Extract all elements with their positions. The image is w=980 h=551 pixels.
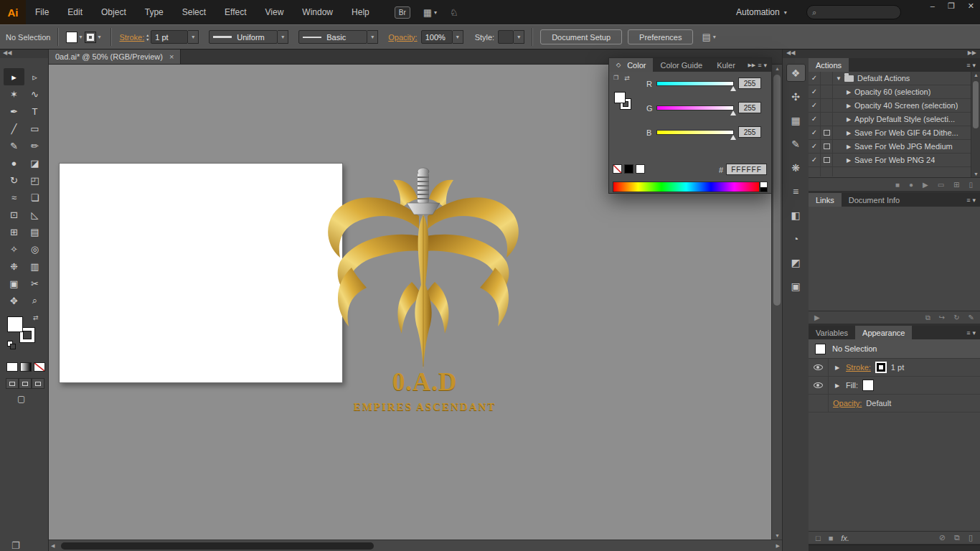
panel-menu-icon[interactable]: ≡ ▾ xyxy=(966,193,980,207)
horizontal-scrollbar[interactable]: ◀ ▶ xyxy=(49,540,782,551)
eraser-tool[interactable]: ◪ xyxy=(24,154,45,171)
brush-definition-arrow[interactable]: ▾ xyxy=(367,30,378,44)
red-slider-handle[interactable] xyxy=(730,86,736,91)
toggle-item-check[interactable]: ✓ xyxy=(809,154,821,166)
gradient-button[interactable] xyxy=(20,362,32,372)
paintbrush-tool[interactable]: ✎ xyxy=(4,137,24,154)
menu-view[interactable]: View xyxy=(256,0,293,24)
menu-file[interactable]: File xyxy=(26,0,58,24)
scroll-right-icon[interactable]: ▶ xyxy=(776,543,780,549)
transparency-panel-icon[interactable]: ◔ xyxy=(786,230,806,248)
rectangle-tool[interactable]: ▭ xyxy=(24,120,45,137)
close-tab-icon[interactable]: × xyxy=(169,52,174,61)
graphic-styles-panel-icon[interactable]: ▣ xyxy=(786,277,806,295)
logo-title-text[interactable]: 0.A.D xyxy=(346,368,504,397)
swap-colors-icon[interactable]: ⇄ xyxy=(624,75,630,82)
shape-builder-tool[interactable]: ⊡ xyxy=(4,206,24,223)
tab-color-guide[interactable]: Color Guide xyxy=(653,58,710,72)
expander-icon[interactable]: ▶ xyxy=(843,89,854,95)
tab-kuler[interactable]: Kuler xyxy=(710,58,743,72)
menu-effect[interactable]: Effect xyxy=(215,0,255,24)
width-profile-arrow[interactable]: ▾ xyxy=(278,30,288,44)
mesh-tool[interactable]: ⊞ xyxy=(4,223,24,240)
appearance-row-opacity[interactable]: Opacity: Default xyxy=(809,395,980,413)
magic-wand-tool[interactable]: ✶ xyxy=(4,85,24,103)
dialog-toggle-cell[interactable] xyxy=(821,126,833,139)
expander-icon[interactable]: ▼ xyxy=(833,75,844,82)
action-row[interactable]: ✓ ▶ Apply Default Style (selecti... xyxy=(809,113,980,126)
menu-window[interactable]: Window xyxy=(293,0,342,24)
appearance-row-fill[interactable]: ▶ Fill: xyxy=(809,377,980,395)
toggle-item-check[interactable]: ✓ xyxy=(809,72,821,85)
pencil-tool[interactable]: ✏ xyxy=(24,137,45,154)
visibility-cell[interactable] xyxy=(809,359,829,376)
color-button[interactable] xyxy=(6,362,18,372)
delete-icon[interactable]: ▯ xyxy=(969,181,973,189)
document-setup-button[interactable]: Document Setup xyxy=(540,29,622,44)
vertical-scroll-thumb[interactable] xyxy=(773,75,781,306)
direct-selection-tool[interactable]: ▹ xyxy=(24,68,45,85)
arrange-documents-icon[interactable]: ▦ ▾ xyxy=(423,7,437,18)
collapse-dock-icon[interactable]: ▶▶ xyxy=(809,50,980,58)
green-slider-handle[interactable] xyxy=(730,110,736,116)
lasso-tool[interactable]: ∿ xyxy=(24,85,45,103)
visibility-cell[interactable] xyxy=(809,377,829,394)
expander-icon[interactable]: ▶ xyxy=(843,103,854,109)
tab-links[interactable]: Links xyxy=(809,193,842,207)
hand-tool[interactable]: ✥ xyxy=(4,292,24,309)
tab-appearance[interactable]: Appearance xyxy=(855,326,912,339)
stop-playing-icon[interactable]: ■ xyxy=(895,181,900,189)
stepper-down-icon[interactable]: ▾ xyxy=(146,37,149,42)
draw-normal-button[interactable] xyxy=(6,378,19,389)
dialog-toggle-cell[interactable] xyxy=(821,85,833,98)
opacity-link[interactable]: Opacity: xyxy=(388,33,417,42)
blue-slider-handle[interactable] xyxy=(730,135,736,140)
symbol-sprayer-tool[interactable]: ❉ xyxy=(4,258,24,275)
stroke-link[interactable]: Stroke: xyxy=(119,33,144,42)
none-button[interactable] xyxy=(34,362,45,372)
appearance-row-stroke[interactable]: ▶ Stroke: 1 pt xyxy=(809,359,980,377)
minimize-button[interactable]: – xyxy=(930,0,935,11)
fill-swatch[interactable] xyxy=(614,92,626,103)
add-effect-icon[interactable]: fx. xyxy=(841,534,849,542)
white-black-spectrum-swatches[interactable] xyxy=(760,182,768,192)
fill-color-swatch[interactable] xyxy=(66,32,77,43)
chevron-down-icon[interactable]: ▾ xyxy=(98,34,100,40)
clear-appearance-icon[interactable]: ⊘ xyxy=(939,533,946,542)
horizontal-scroll-thumb[interactable] xyxy=(61,542,374,550)
expander-icon[interactable]: ▶ xyxy=(843,157,854,164)
opacity-dropdown[interactable]: ▾ xyxy=(453,30,463,44)
width-tool[interactable]: ≈ xyxy=(4,189,24,206)
symbols-panel-icon[interactable]: ❋ xyxy=(786,159,806,176)
vertical-scrollbar[interactable]: ▲ ▼ xyxy=(771,65,782,540)
expander-icon[interactable]: ▶ xyxy=(843,130,854,136)
perspective-grid-tool[interactable]: ◺ xyxy=(24,206,45,223)
opacity-field[interactable]: 100% xyxy=(421,30,453,44)
dialog-toggle-cell[interactable] xyxy=(821,140,833,153)
stroke-color-swatch[interactable] xyxy=(85,32,96,43)
eyedropper-tool[interactable]: ✧ xyxy=(4,240,24,258)
toggle-item-check[interactable]: ✓ xyxy=(809,85,821,98)
menu-object[interactable]: Object xyxy=(92,0,136,24)
gradient-tool[interactable]: ▤ xyxy=(24,223,45,240)
go-to-link-icon[interactable]: ↪ xyxy=(939,314,945,322)
action-row[interactable]: ✓ ▼ Default Actions xyxy=(809,72,980,85)
fill-swatch[interactable] xyxy=(7,316,23,332)
pen-tool[interactable]: ✒ xyxy=(4,103,24,120)
tab-color[interactable]: ◇ Color xyxy=(609,58,653,72)
tab-document-info[interactable]: Document Info xyxy=(842,193,908,207)
artboard-tool[interactable]: ▣ xyxy=(4,275,24,292)
toggle-item-check[interactable]: ✓ xyxy=(809,126,821,139)
tab-actions[interactable]: Actions xyxy=(809,58,849,72)
dialog-toggle-cell[interactable] xyxy=(821,99,833,112)
dialog-toggle-cell[interactable] xyxy=(821,72,833,85)
fill-swatch[interactable] xyxy=(862,380,874,391)
default-fill-stroke-icon[interactable] xyxy=(7,341,15,348)
action-row[interactable]: ✓ ▶ Save For Web GIF 64 Dithe... xyxy=(809,126,980,140)
appearance-panel-icon[interactable]: ◩ xyxy=(786,253,806,271)
menu-help[interactable]: Help xyxy=(342,0,379,24)
delete-item-icon[interactable]: ▯ xyxy=(969,533,973,542)
dialog-toggle-cell[interactable] xyxy=(821,154,833,166)
swap-fill-stroke-icon[interactable]: ⇄ xyxy=(33,314,39,321)
document-tab[interactable]: 0ad.ai* @ 50% (RGB/Preview) × xyxy=(49,50,181,64)
